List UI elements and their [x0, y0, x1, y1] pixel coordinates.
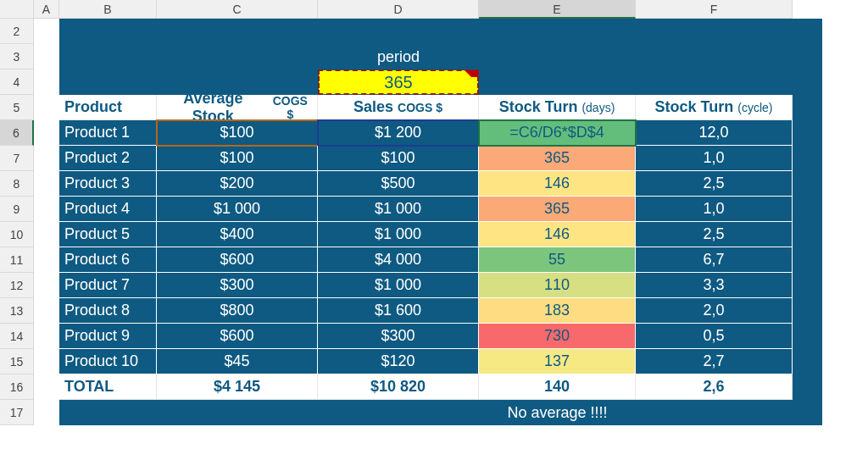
- column-header-row: A B C D E F: [0, 0, 868, 19]
- row-header-7[interactable]: 7: [0, 146, 34, 171]
- cell-sales[interactable]: $1 600: [318, 298, 479, 324]
- cell-total-sales[interactable]: $10 820: [318, 374, 479, 400]
- row-header-5[interactable]: 5: [0, 95, 34, 120]
- cell-stock-turn-days[interactable]: 730: [479, 324, 636, 349]
- header-avg-stock-sub: COGS $: [269, 94, 312, 121]
- cell-sales[interactable]: $1 000: [318, 197, 479, 222]
- cell-product[interactable]: Product 8: [59, 298, 157, 324]
- row-header-8[interactable]: 8: [0, 171, 34, 197]
- col-header-A[interactable]: A: [34, 0, 59, 19]
- cell-sales[interactable]: $1 000: [318, 273, 479, 298]
- cell-product[interactable]: Product 10: [59, 349, 157, 374]
- cell-total-cycle[interactable]: 2,6: [636, 374, 793, 400]
- header-turn-days[interactable]: Stock Turn (days): [479, 95, 636, 120]
- cell-product[interactable]: Product 2: [59, 146, 157, 171]
- header-sales-text: Sales: [353, 98, 393, 116]
- row-header-14[interactable]: 14: [0, 324, 34, 349]
- cell-stock-turn-cycle[interactable]: 2,5: [636, 171, 793, 197]
- cell-product[interactable]: Product 9: [59, 324, 157, 349]
- row-header-2[interactable]: 2: [0, 19, 34, 44]
- cell-avg-stock[interactable]: $200: [157, 171, 318, 197]
- cell-product[interactable]: Product 1: [59, 120, 157, 146]
- row-header-17[interactable]: 17: [0, 400, 34, 425]
- cell-product[interactable]: Product 4: [59, 197, 157, 222]
- header-turn-cycle-sub: (cycle): [737, 101, 772, 114]
- cell-stock-turn-cycle[interactable]: 2,5: [636, 222, 793, 247]
- row-header-3[interactable]: 3: [0, 44, 34, 69]
- header-product[interactable]: Product: [59, 95, 157, 120]
- cell-avg-stock[interactable]: $600: [157, 247, 318, 273]
- cell-total-days[interactable]: 140: [479, 374, 636, 400]
- header-turn-cycle[interactable]: Stock Turn (cycle): [636, 95, 793, 120]
- cell-sales[interactable]: $500: [318, 171, 479, 197]
- row-header-10[interactable]: 10: [0, 222, 34, 247]
- cell-sales[interactable]: $1 000: [318, 222, 479, 247]
- cell-total-label[interactable]: TOTAL: [59, 374, 157, 400]
- col-header-D[interactable]: D: [318, 0, 479, 19]
- cell-stock-turn-days[interactable]: 365: [479, 146, 636, 171]
- row-header-16[interactable]: 16: [0, 374, 34, 400]
- cell-product[interactable]: Product 3: [59, 171, 157, 197]
- cell-product[interactable]: Product 5: [59, 222, 157, 247]
- select-all-corner[interactable]: [0, 0, 34, 19]
- cell-avg-stock[interactable]: $400: [157, 222, 318, 247]
- cell-stock-turn-days[interactable]: 146: [479, 222, 636, 247]
- cell-stock-turn-cycle[interactable]: 6,7: [636, 247, 793, 273]
- header-sales-sub: COGS $: [398, 101, 442, 114]
- cell-footer-note[interactable]: No average !!!!: [479, 400, 636, 425]
- cell-period-value[interactable]: 365: [318, 69, 479, 95]
- row-header-11[interactable]: 11: [0, 247, 34, 273]
- cell-avg-stock[interactable]: $100: [157, 146, 318, 171]
- cell-stock-turn-days[interactable]: 146: [479, 171, 636, 197]
- cell-stock-turn-days[interactable]: 365: [479, 197, 636, 222]
- cell-period-label[interactable]: period: [318, 44, 479, 69]
- cell-sales[interactable]: $300: [318, 324, 479, 349]
- cell-avg-stock[interactable]: $800: [157, 298, 318, 324]
- col-header-E[interactable]: E: [479, 0, 636, 19]
- header-turn-days-sub: (days): [581, 101, 615, 114]
- cell-stock-turn-days[interactable]: 137: [479, 349, 636, 374]
- cell-avg-stock[interactable]: $100: [157, 120, 318, 146]
- row-header-12[interactable]: 12: [0, 273, 34, 298]
- grid-area[interactable]: period 365 Product Average Stock COGS $ …: [34, 19, 868, 449]
- cell-stock-turn-cycle[interactable]: 2,0: [636, 298, 793, 324]
- cell-stock-turn-days[interactable]: 55: [479, 247, 636, 273]
- cell-sales[interactable]: $100: [318, 146, 479, 171]
- cell-stock-turn-cycle[interactable]: 0,5: [636, 324, 793, 349]
- cell-product[interactable]: Product 7: [59, 273, 157, 298]
- header-avg-stock[interactable]: Average Stock COGS $: [157, 95, 318, 120]
- cell-stock-turn-cycle[interactable]: 3,3: [636, 273, 793, 298]
- cell-product[interactable]: Product 6: [59, 247, 157, 273]
- row-header-9[interactable]: 9: [0, 197, 34, 222]
- header-turn-cycle-text: Stock Turn: [655, 98, 734, 116]
- col-header-C[interactable]: C: [157, 0, 318, 19]
- cell-avg-stock[interactable]: $1 000: [157, 197, 318, 222]
- row-header-4[interactable]: 4: [0, 69, 34, 95]
- row-header-15[interactable]: 15: [0, 349, 34, 374]
- cell-stock-turn-days[interactable]: =C6/D6*$D$4: [479, 120, 636, 146]
- cell-sales[interactable]: $1 200: [318, 120, 479, 146]
- cell-total-avg[interactable]: $4 145: [157, 374, 318, 400]
- cell-avg-stock[interactable]: $600: [157, 324, 318, 349]
- col-header-B[interactable]: B: [59, 0, 157, 19]
- row-header-13[interactable]: 13: [0, 298, 34, 324]
- worksheet[interactable]: A B C D E F 2 3 4 5 6 7 8 9 10 11 12 13 …: [0, 0, 868, 449]
- cell-avg-stock[interactable]: $45: [157, 349, 318, 374]
- header-sales[interactable]: Sales COGS $: [318, 95, 479, 120]
- row-header-col: 2 3 4 5 6 7 8 9 10 11 12 13 14 15 16 17: [0, 19, 34, 425]
- cell-sales[interactable]: $4 000: [318, 247, 479, 273]
- cell-stock-turn-days[interactable]: 110: [479, 273, 636, 298]
- cell-stock-turn-cycle[interactable]: 12,0: [636, 120, 793, 146]
- cell-sales[interactable]: $120: [318, 349, 479, 374]
- cell-avg-stock[interactable]: $300: [157, 273, 318, 298]
- header-turn-days-text: Stock Turn: [499, 98, 578, 116]
- col-header-F[interactable]: F: [636, 0, 793, 19]
- cell-stock-turn-cycle[interactable]: 1,0: [636, 197, 793, 222]
- cell-stock-turn-days[interactable]: 183: [479, 298, 636, 324]
- cell-stock-turn-cycle[interactable]: 1,0: [636, 146, 793, 171]
- cell-stock-turn-cycle[interactable]: 2,7: [636, 349, 793, 374]
- row-header-6[interactable]: 6: [0, 120, 34, 146]
